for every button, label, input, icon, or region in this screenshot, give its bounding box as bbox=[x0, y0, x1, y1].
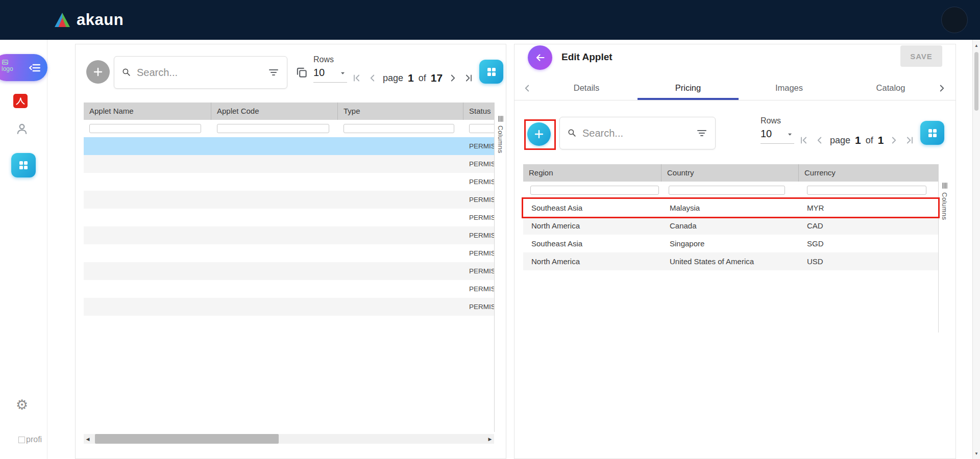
table-row[interactable]: PERMIS bbox=[84, 173, 494, 191]
rows-per-page-dropdown[interactable]: 10 bbox=[313, 67, 347, 83]
table-row[interactable]: PERMIS bbox=[84, 137, 494, 155]
pricing-filter-row bbox=[523, 182, 938, 199]
add-pricing-button[interactable] bbox=[527, 122, 551, 146]
sidebar-logo-alt-text: logo bbox=[2, 66, 13, 72]
tab-catalog[interactable]: Catalog bbox=[840, 75, 941, 100]
columns-grip-icon[interactable] bbox=[941, 182, 949, 190]
table-row[interactable]: PERMIS bbox=[84, 209, 494, 226]
horizontal-scrollbar-thumb[interactable] bbox=[95, 434, 279, 444]
add-applet-button[interactable] bbox=[86, 60, 110, 84]
filter-input-country[interactable] bbox=[669, 186, 785, 195]
scroll-up-icon[interactable]: ▲ bbox=[973, 41, 980, 49]
copy-pages-icon[interactable] bbox=[295, 66, 308, 79]
page-scrollbar[interactable]: ▲ ▼ bbox=[972, 40, 980, 459]
filter-input-applet-name[interactable] bbox=[89, 124, 201, 133]
last-page-icon[interactable] bbox=[904, 135, 915, 146]
filter-input-applet-code[interactable] bbox=[217, 124, 329, 133]
brand-triangle-icon bbox=[53, 12, 71, 28]
broken-image-icon bbox=[18, 437, 25, 443]
of-label: of bbox=[866, 135, 873, 146]
applet-filter-row bbox=[84, 120, 494, 137]
prev-page-icon[interactable] bbox=[814, 135, 825, 146]
grid-icon bbox=[17, 159, 30, 171]
table-row[interactable]: PERMIS bbox=[84, 155, 494, 173]
last-page-icon[interactable] bbox=[463, 72, 474, 84]
pricing-table: Region Country Currency Southeast Asia M… bbox=[523, 164, 938, 270]
filter-icon[interactable] bbox=[696, 127, 708, 139]
caret-down-icon bbox=[338, 69, 347, 78]
tabs-scroll-right-icon[interactable] bbox=[936, 75, 947, 100]
sidebar-collapse-button[interactable]: logo bbox=[0, 54, 47, 81]
page-scrollbar-thumb[interactable] bbox=[974, 52, 978, 111]
search-icon bbox=[567, 128, 577, 138]
applet-list-panel: Rows 10 page 1 of 17 Applet Name Applet … bbox=[75, 44, 506, 459]
rows-label: Rows bbox=[313, 55, 347, 64]
table-row[interactable]: PERMIS bbox=[84, 298, 494, 316]
first-page-icon[interactable] bbox=[798, 135, 810, 146]
filter-input-region[interactable] bbox=[530, 186, 659, 195]
horizontal-scrollbar[interactable]: ◀ ▶ bbox=[84, 434, 494, 444]
tabs-scroll-left-icon[interactable] bbox=[522, 75, 533, 100]
filter-input-type[interactable] bbox=[344, 124, 454, 133]
person-icon bbox=[15, 122, 29, 136]
rows-per-page-control: Rows 10 bbox=[313, 55, 347, 83]
pricing-search-input[interactable] bbox=[582, 128, 692, 139]
tab-pricing[interactable]: Pricing bbox=[638, 75, 739, 100]
pdf-icon bbox=[12, 93, 29, 109]
sidebar-item-users[interactable] bbox=[13, 120, 31, 138]
table-row[interactable]: Southeast Asia Singapore SGD bbox=[523, 235, 938, 252]
column-header-currency: Currency bbox=[799, 164, 938, 182]
columns-panel-label: Columns bbox=[497, 125, 504, 154]
scroll-left-icon[interactable]: ◀ bbox=[84, 434, 92, 444]
sidebar-item-settings[interactable]: ⚙ bbox=[14, 397, 30, 413]
brand-name: akaun bbox=[77, 11, 124, 29]
tab-images[interactable]: Images bbox=[739, 75, 840, 100]
page-total: 17 bbox=[431, 72, 443, 84]
sidebar-item-applets[interactable] bbox=[11, 153, 36, 177]
plus-icon bbox=[533, 128, 545, 140]
edit-applet-panel: Edit Applet SAVE Details Pricing Images … bbox=[514, 44, 956, 459]
topbar: akaun bbox=[0, 0, 980, 40]
columns-panel-label: Columns bbox=[941, 192, 948, 220]
filter-input-currency[interactable] bbox=[807, 186, 926, 195]
page-label: page bbox=[383, 73, 403, 84]
applet-table: Applet Name Applet Code Type Status PERM… bbox=[84, 103, 494, 316]
sidebar-profile[interactable]: profi bbox=[18, 435, 42, 444]
filter-input-status[interactable] bbox=[469, 124, 494, 133]
sidebar-logo-broken-image: logo bbox=[2, 59, 13, 72]
grid-view-icon bbox=[926, 127, 939, 139]
tab-details[interactable]: Details bbox=[536, 75, 637, 100]
rows-per-page-control: Rows 10 bbox=[761, 116, 794, 144]
scroll-right-icon[interactable]: ▶ bbox=[486, 434, 494, 444]
pricing-search-box bbox=[559, 117, 716, 149]
rows-value: 10 bbox=[313, 67, 325, 79]
user-avatar[interactable] bbox=[941, 7, 968, 33]
gear-icon: ⚙ bbox=[16, 397, 28, 413]
sidebar: logo ⚙ profi bbox=[0, 40, 47, 459]
filter-icon[interactable] bbox=[267, 66, 280, 79]
next-page-icon[interactable] bbox=[447, 72, 458, 84]
next-page-icon[interactable] bbox=[888, 135, 899, 146]
table-row[interactable]: North America United States of America U… bbox=[523, 252, 938, 270]
applet-search-input[interactable] bbox=[137, 67, 263, 79]
column-header-type: Type bbox=[338, 103, 463, 120]
table-row[interactable]: PERMIS bbox=[84, 191, 494, 209]
grid-view-button[interactable] bbox=[479, 60, 503, 84]
column-header-country: Country bbox=[662, 164, 799, 182]
table-row[interactable]: PERMIS bbox=[84, 280, 494, 298]
prev-page-icon[interactable] bbox=[367, 72, 378, 84]
save-button[interactable]: SAVE bbox=[900, 45, 942, 67]
sidebar-item-pdf[interactable] bbox=[12, 93, 29, 109]
rows-per-page-dropdown[interactable]: 10 bbox=[761, 128, 794, 144]
table-row[interactable]: PERMIS bbox=[84, 262, 494, 280]
grid-view-button[interactable] bbox=[920, 121, 944, 145]
table-row[interactable]: PERMIS bbox=[84, 244, 494, 262]
pricing-pagination: page 1 of 1 bbox=[798, 131, 915, 149]
columns-grip-icon[interactable] bbox=[497, 115, 505, 123]
table-row[interactable]: Southeast Asia Malaysia MYR bbox=[523, 199, 938, 217]
scroll-down-icon[interactable]: ▼ bbox=[973, 449, 980, 457]
table-row[interactable]: PERMIS bbox=[84, 226, 494, 244]
first-page-icon[interactable] bbox=[351, 72, 362, 84]
table-row[interactable]: North America Canada CAD bbox=[523, 217, 938, 235]
back-button[interactable] bbox=[528, 45, 552, 70]
